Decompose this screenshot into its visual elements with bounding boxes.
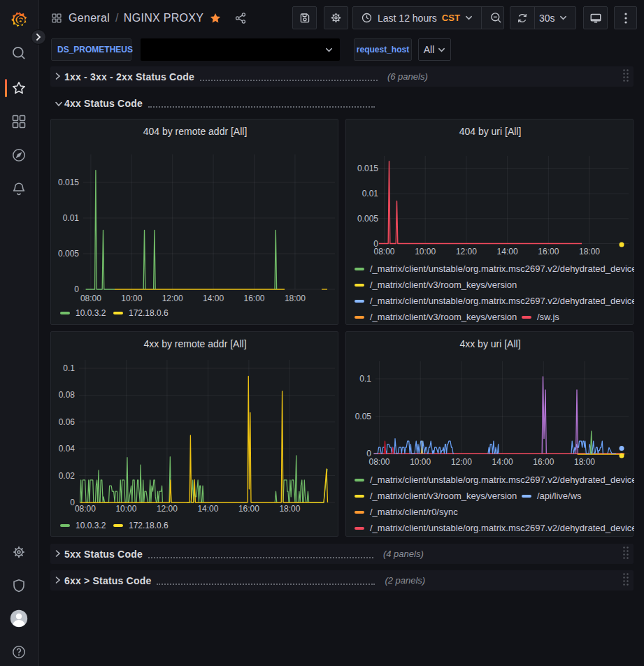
svg-text:10:00: 10:00: [415, 247, 436, 256]
svg-text:/_matrix/client/v3/room_keys/v: /_matrix/client/v3/room_keys/version: [370, 312, 517, 322]
svg-text:0.1: 0.1: [359, 374, 371, 384]
svg-text:0.005: 0.005: [357, 214, 378, 224]
svg-text:12:00: 12:00: [162, 294, 183, 303]
svg-text:0: 0: [74, 284, 79, 294]
svg-text:/sw.js: /sw.js: [537, 312, 559, 322]
svg-text:0.06: 0.06: [59, 417, 76, 427]
svg-text:4xx by uri [All]: 4xx by uri [All]: [459, 338, 520, 349]
svg-text:14:00: 14:00: [492, 457, 513, 467]
svg-text:18:00: 18:00: [285, 294, 306, 303]
svg-text:14:00: 14:00: [203, 294, 224, 303]
svg-text:/_matrix/client/unstable/org.m: /_matrix/client/unstable/org.matrix.msc2…: [370, 263, 634, 274]
svg-text:0.01: 0.01: [63, 213, 80, 223]
svg-text:16:00: 16:00: [243, 294, 264, 303]
svg-text:404 by uri [All]: 404 by uri [All]: [459, 126, 522, 137]
svg-text:/_matrix/client/r0/sync: /_matrix/client/r0/sync: [370, 507, 458, 517]
svg-text:0.005: 0.005: [58, 249, 79, 259]
svg-text:10:00: 10:00: [410, 457, 431, 467]
svg-text:4xx by remote addr [All]: 4xx by remote addr [All]: [143, 338, 246, 349]
svg-text:10.0.3.2: 10.0.3.2: [76, 521, 106, 530]
svg-text:18:00: 18:00: [279, 504, 300, 514]
svg-text:404 by remote addr [All]: 404 by remote addr [All]: [143, 126, 248, 137]
svg-text:12:00: 12:00: [451, 457, 472, 467]
svg-text:0.08: 0.08: [59, 390, 76, 400]
svg-text:10:00: 10:00: [121, 294, 142, 303]
svg-text:0.015: 0.015: [357, 164, 378, 173]
svg-text:16:00: 16:00: [238, 504, 259, 514]
svg-text:12:00: 12:00: [456, 247, 477, 256]
svg-text:08:00: 08:00: [373, 247, 394, 256]
svg-text:14:00: 14:00: [497, 247, 518, 256]
svg-text:08:00: 08:00: [80, 294, 101, 303]
svg-text:16:00: 16:00: [538, 247, 559, 256]
svg-text:08:00: 08:00: [368, 457, 389, 467]
svg-text:/_matrix/client/unstable/org.m: /_matrix/client/unstable/org.matrix.msc2…: [370, 475, 634, 485]
svg-text:/_matrix/client/unstable/org.m: /_matrix/client/unstable/org.matrix.msc2…: [370, 296, 634, 306]
svg-text:0.015: 0.015: [58, 178, 79, 187]
svg-text:0.04: 0.04: [59, 444, 76, 454]
svg-text:18:00: 18:00: [574, 457, 595, 467]
svg-text:/api/live/ws: /api/live/ws: [537, 491, 582, 501]
svg-text:16:00: 16:00: [533, 457, 554, 467]
svg-text:/_matrix/client/v3/room_keys/v: /_matrix/client/v3/room_keys/version: [370, 280, 517, 290]
svg-text:/_matrix/client/unstable/org.m: /_matrix/client/unstable/org.matrix.msc2…: [370, 523, 634, 533]
svg-text:0.05: 0.05: [355, 412, 372, 421]
svg-text:08:00: 08:00: [75, 504, 96, 514]
svg-text:0.02: 0.02: [59, 471, 76, 481]
svg-text:0.1: 0.1: [63, 363, 75, 373]
svg-text:/_matrix/client/v3/room_keys/v: /_matrix/client/v3/room_keys/version: [370, 491, 517, 501]
svg-text:10.0.3.2: 10.0.3.2: [76, 308, 106, 318]
svg-text:172.18.0.6: 172.18.0.6: [129, 308, 169, 318]
svg-text:0.01: 0.01: [362, 189, 379, 198]
svg-text:18:00: 18:00: [579, 247, 600, 256]
svg-text:172.18.0.6: 172.18.0.6: [129, 521, 169, 530]
svg-text:14:00: 14:00: [197, 504, 218, 514]
svg-text:10:00: 10:00: [115, 504, 136, 514]
svg-text:12:00: 12:00: [157, 504, 178, 514]
